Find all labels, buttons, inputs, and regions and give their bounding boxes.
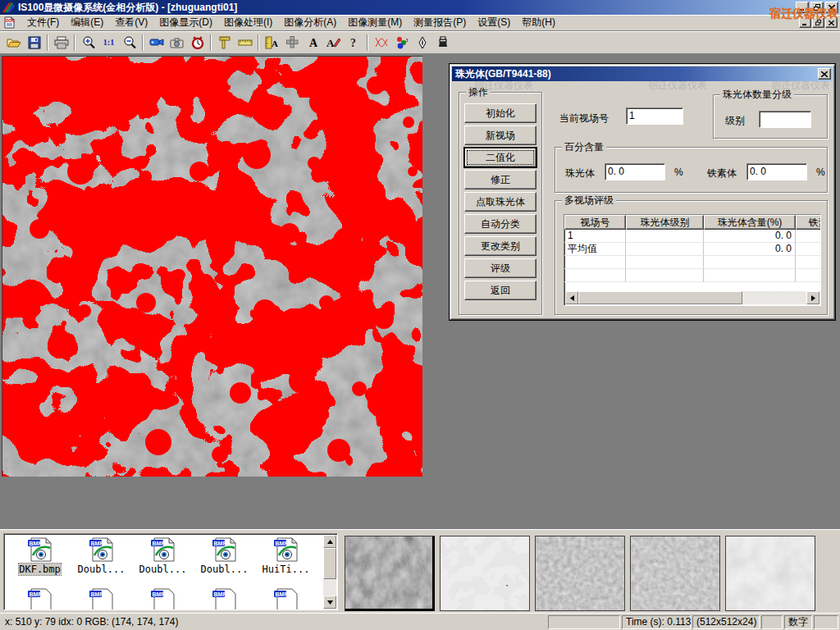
return-button[interactable]: 返回 <box>464 281 536 300</box>
menu-edit[interactable]: 编辑(E) <box>65 14 109 31</box>
scroll-up-arrow[interactable] <box>323 535 336 548</box>
init-button[interactable]: 初始化 <box>464 103 536 123</box>
file-item[interactable]: BMP DKF.bmp <box>9 537 71 575</box>
open-button[interactable] <box>3 33 24 52</box>
file-item[interactable]: BMP <box>71 588 132 610</box>
file-item[interactable]: BMP <box>194 588 255 610</box>
bmp-file-icon: BMP <box>26 537 54 562</box>
header-ferrite-content[interactable]: 铁素体含量(%) <box>796 215 821 230</box>
file-item[interactable]: BMP HuiTi... <box>255 537 317 575</box>
thumbnail-4[interactable] <box>630 536 720 611</box>
header-field-no[interactable]: 视场号 <box>564 215 626 230</box>
level-input[interactable] <box>759 111 811 128</box>
thumbnail-2[interactable] <box>440 536 530 611</box>
svg-text:BMP: BMP <box>29 591 42 597</box>
minimize-button[interactable] <box>796 2 809 13</box>
menu-measure-report[interactable]: 测量报告(P) <box>408 14 472 31</box>
table-row[interactable]: 平均值 0. 0 <box>564 243 820 256</box>
menu-settings[interactable]: 设置(S) <box>472 14 516 31</box>
file-item[interactable]: BMP Doubl... <box>132 537 194 575</box>
table-hscrollbar[interactable] <box>565 291 819 304</box>
scroll-thumb[interactable] <box>323 548 336 579</box>
scroll-track[interactable] <box>578 291 806 304</box>
header-pearlite-content[interactable]: 珠光体含量(%) <box>704 215 796 230</box>
pearlite-percent-input[interactable]: 0. 0 <box>605 163 665 180</box>
brush-tool-button[interactable] <box>432 33 453 52</box>
status-image-size: (512x512x24) <box>692 615 760 629</box>
document-icon: DOC <box>3 16 16 29</box>
menu-image-display[interactable]: 图像显示(D) <box>153 14 218 31</box>
thumbnail-strip <box>345 536 815 611</box>
caliper-button[interactable] <box>214 33 235 52</box>
ferrite-percent-input[interactable]: 0. 0 <box>746 163 807 180</box>
mdi-minimize-button[interactable] <box>799 17 811 28</box>
file-item[interactable]: BMP Doubl... <box>71 537 132 575</box>
mdi-close-button[interactable] <box>825 17 838 28</box>
multi-field-table[interactable]: 视场号 珠光体级别 珠光体含量(%) 铁素体含量(%) 1 0. 0 平均值 0… <box>564 214 821 306</box>
grading-group-label: 珠光体数量分级 <box>720 89 794 100</box>
dialog-title-bar[interactable]: 珠光体(GB/T9441-88) <box>452 66 833 81</box>
pick-pearlite-button[interactable]: 点取珠光体 <box>464 192 536 212</box>
scroll-thumb[interactable] <box>578 291 742 304</box>
text-button[interactable]: A <box>303 33 323 52</box>
file-item[interactable]: BMP <box>132 588 194 610</box>
menu-file[interactable]: 文件(F) <box>21 14 65 31</box>
pen-tool-button[interactable] <box>412 33 432 52</box>
zoom-out-button[interactable] <box>119 33 139 52</box>
scroll-left-arrow[interactable] <box>565 291 578 304</box>
binarize-button[interactable]: 二值化 <box>464 148 536 167</box>
menu-image-analysis[interactable]: 图像分析(A) <box>278 14 342 31</box>
file-name[interactable]: Doubl... <box>139 564 187 575</box>
auto-classify-button[interactable]: 自动分类 <box>464 214 536 234</box>
current-field-input[interactable]: 1 <box>626 107 683 125</box>
thumbnail-3[interactable] <box>535 536 625 611</box>
menu-view[interactable]: 查看(V) <box>109 14 153 31</box>
video-camera-button[interactable] <box>146 33 167 52</box>
thumbnail-1[interactable] <box>345 536 435 611</box>
file-name[interactable]: HuiTi... <box>262 564 310 575</box>
file-item[interactable]: BMP Doubl... <box>194 537 255 575</box>
marker-dots-button[interactable]: 3 <box>391 33 412 52</box>
file-name[interactable]: DKF.bmp <box>19 564 61 575</box>
scroll-down-arrow[interactable] <box>323 596 336 609</box>
annotate-button[interactable]: A <box>323 33 344 52</box>
file-name[interactable]: Doubl... <box>78 564 126 575</box>
save-button[interactable] <box>24 33 44 52</box>
timer-button[interactable] <box>187 33 208 52</box>
file-list-scrollbar[interactable] <box>323 535 336 609</box>
menu-image-process[interactable]: 图像处理(I) <box>218 14 278 31</box>
table-row[interactable]: 1 0. 0 <box>564 230 820 243</box>
multi-field-group: 多视场评级 视场号 珠光体级别 珠光体含量(%) 铁素体含量(%) 1 0. 0… <box>555 200 828 315</box>
file-name[interactable]: Doubl... <box>201 564 249 575</box>
grid-button[interactable] <box>282 33 303 52</box>
thumbnail-5[interactable] <box>725 536 815 611</box>
cell-grade <box>626 230 704 243</box>
scroll-right-arrow[interactable] <box>806 291 819 304</box>
change-class-button[interactable]: 更改类别 <box>464 236 536 256</box>
capture-camera-button[interactable] <box>167 33 187 52</box>
dialog-close-button[interactable] <box>818 68 831 80</box>
curve-tool-button[interactable] <box>371 33 391 52</box>
help-button[interactable]: ? <box>344 33 364 52</box>
actual-size-button[interactable]: 1:1 <box>98 33 119 52</box>
measure-text-button[interactable]: A <box>262 33 282 52</box>
file-list[interactable]: BMP DKF.bmp BMP Doubl... BMP <box>3 533 338 610</box>
status-panel-empty <box>814 615 838 629</box>
percent-group: 百分含量 珠光体 0. 0 % 铁素体 0. 0 % <box>555 147 828 193</box>
mdi-restore-button[interactable] <box>812 17 824 28</box>
menu-help[interactable]: 帮助(H) <box>516 14 561 31</box>
grade-button[interactable]: 评级 <box>464 258 536 278</box>
micrograph-image[interactable] <box>2 56 422 477</box>
correct-button[interactable]: 修正 <box>464 170 536 189</box>
new-field-button[interactable]: 新视场 <box>464 126 536 145</box>
zoom-in-button[interactable] <box>78 33 98 52</box>
restore-button[interactable] <box>810 2 824 13</box>
close-button[interactable] <box>825 2 838 13</box>
file-item[interactable]: BMP <box>9 588 71 610</box>
header-pearlite-grade[interactable]: 珠光体级别 <box>626 215 704 230</box>
print-button[interactable] <box>51 33 71 52</box>
ruler-button[interactable] <box>235 33 255 52</box>
file-item[interactable]: BMP <box>255 588 317 610</box>
scroll-track[interactable] <box>323 548 336 596</box>
menu-image-measure[interactable]: 图像测量(M) <box>342 14 408 31</box>
